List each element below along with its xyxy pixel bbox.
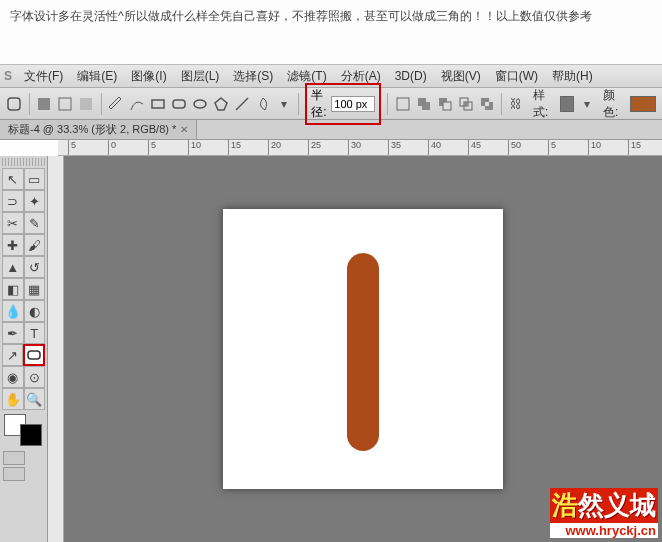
app-icon: S: [4, 69, 12, 83]
ruler-tick: 25: [308, 140, 321, 156]
options-dropdown-icon[interactable]: ▾: [276, 94, 293, 114]
watermark-url: www.hryckj.cn: [550, 523, 658, 538]
svg-rect-1: [38, 98, 50, 110]
svg-rect-3: [80, 98, 92, 110]
background-color[interactable]: [20, 424, 42, 446]
svg-rect-13: [443, 102, 451, 110]
path-select-tool[interactable]: ↗: [2, 344, 23, 366]
move-tool[interactable]: ↖: [2, 168, 24, 190]
svg-rect-4: [152, 100, 164, 108]
close-icon[interactable]: ✕: [180, 124, 188, 135]
svg-marker-7: [215, 98, 227, 110]
note-text: 字体设计多在灵活性^所以做成什么样全凭自己喜好，不推荐照搬，甚至可以做成三角的！…: [10, 9, 592, 23]
pen-icon[interactable]: [108, 94, 125, 114]
canvas[interactable]: [223, 209, 503, 489]
rounded-rect-shape[interactable]: [347, 253, 379, 451]
combine-exclude-icon[interactable]: [478, 94, 495, 114]
separator: [298, 93, 299, 115]
ruler-tick: 5: [148, 140, 156, 156]
radius-label: 半径:: [311, 87, 327, 121]
radius-highlight: 半径:: [305, 83, 381, 125]
combine-new-icon[interactable]: [394, 94, 411, 114]
combine-subtract-icon[interactable]: [436, 94, 453, 114]
tool-preset-icon[interactable]: [6, 94, 23, 114]
separator: [387, 93, 388, 115]
link-icon[interactable]: ⛓: [508, 94, 525, 114]
marquee-tool[interactable]: ▭: [24, 168, 46, 190]
eraser-tool[interactable]: ◧: [2, 278, 24, 300]
screenmode-icon[interactable]: [3, 467, 25, 481]
freeform-pen-icon[interactable]: [129, 94, 146, 114]
svg-rect-20: [28, 351, 40, 359]
3d-tool[interactable]: ◉: [2, 366, 24, 388]
gradient-tool[interactable]: ▦: [24, 278, 46, 300]
quick-select-tool[interactable]: ✦: [24, 190, 46, 212]
combine-intersect-icon[interactable]: [457, 94, 474, 114]
canvas-area[interactable]: [64, 156, 662, 542]
ellipse-icon[interactable]: [192, 94, 209, 114]
shape-layers-icon[interactable]: [36, 94, 53, 114]
radius-input[interactable]: [331, 96, 375, 112]
zoom-tool[interactable]: 🔍: [24, 388, 46, 410]
healing-tool[interactable]: ✚: [2, 234, 24, 256]
document-tab[interactable]: 标题-4 @ 33.3% (形状 2, RGB/8) * ✕: [0, 120, 197, 139]
style-swatch[interactable]: [560, 96, 574, 112]
rounded-rect-tool[interactable]: [23, 344, 45, 366]
svg-rect-9: [397, 98, 409, 110]
ruler-tick: 15: [228, 140, 241, 156]
ruler-tick: 35: [388, 140, 401, 156]
menu-3d[interactable]: 3D(D): [389, 67, 433, 85]
paths-icon[interactable]: [57, 94, 74, 114]
line-icon[interactable]: [234, 94, 251, 114]
rectangle-icon[interactable]: [150, 94, 167, 114]
rounded-rect-icon[interactable]: [171, 94, 188, 114]
quickmask-icon[interactable]: [3, 451, 25, 465]
toolbox: ↖ ▭ ⊃ ✦ ✂ ✎ ✚ 🖌 ▲ ↺ ◧ ▦ 💧 ◐ ✒ T: [0, 156, 48, 542]
svg-line-8: [236, 98, 248, 110]
watermark: 浩然义城 www.hryckj.cn: [550, 488, 658, 538]
menu-edit[interactable]: 编辑(E): [71, 66, 123, 87]
crop-tool[interactable]: ✂: [2, 212, 24, 234]
brush-tool[interactable]: 🖌: [24, 234, 46, 256]
ruler-tick: 30: [348, 140, 361, 156]
menu-view[interactable]: 视图(V): [435, 66, 487, 87]
history-brush-tool[interactable]: ↺: [24, 256, 46, 278]
ruler-tick: 50: [508, 140, 521, 156]
toolbox-grip[interactable]: [2, 158, 45, 166]
menu-image[interactable]: 图像(I): [125, 66, 172, 87]
color-picker[interactable]: [4, 414, 46, 446]
pen-tool[interactable]: ✒: [2, 322, 24, 344]
svg-rect-0: [8, 98, 20, 110]
style-label: 样式:: [533, 87, 556, 121]
stamp-tool[interactable]: ▲: [2, 256, 24, 278]
options-bar: ▾ 半径: ⛓ 样式: ▾ 颜色:: [0, 88, 662, 120]
lasso-tool[interactable]: ⊃: [2, 190, 24, 212]
menu-help[interactable]: 帮助(H): [546, 66, 599, 87]
type-tool[interactable]: T: [24, 322, 46, 344]
3d-camera-tool[interactable]: ⊙: [24, 366, 46, 388]
menu-layer[interactable]: 图层(L): [175, 66, 226, 87]
color-swatch[interactable]: [630, 96, 656, 112]
ruler-tick: 15: [628, 140, 641, 156]
custom-shape-icon[interactable]: [255, 94, 272, 114]
hand-tool[interactable]: ✋: [2, 388, 24, 410]
ruler-tick: 45: [468, 140, 481, 156]
combine-add-icon[interactable]: [415, 94, 432, 114]
eyedropper-tool[interactable]: ✎: [24, 212, 46, 234]
menu-select[interactable]: 选择(S): [227, 66, 279, 87]
style-dropdown-icon[interactable]: ▾: [578, 94, 595, 114]
svg-rect-2: [59, 98, 71, 110]
menu-window[interactable]: 窗口(W): [489, 66, 544, 87]
ruler-tick: 5: [548, 140, 556, 156]
svg-rect-5: [173, 100, 185, 108]
ruler-tick: 20: [268, 140, 281, 156]
blur-tool[interactable]: 💧: [2, 300, 24, 322]
dodge-tool[interactable]: ◐: [24, 300, 46, 322]
fill-pixels-icon[interactable]: [78, 94, 95, 114]
menu-file[interactable]: 文件(F): [18, 66, 69, 87]
polygon-icon[interactable]: [213, 94, 230, 114]
svg-rect-11: [422, 102, 430, 110]
main-area: ↖ ▭ ⊃ ✦ ✂ ✎ ✚ 🖌 ▲ ↺ ◧ ▦ 💧 ◐ ✒ T: [0, 156, 662, 542]
watermark-cn: 浩然义城: [550, 488, 658, 523]
separator: [29, 93, 30, 115]
